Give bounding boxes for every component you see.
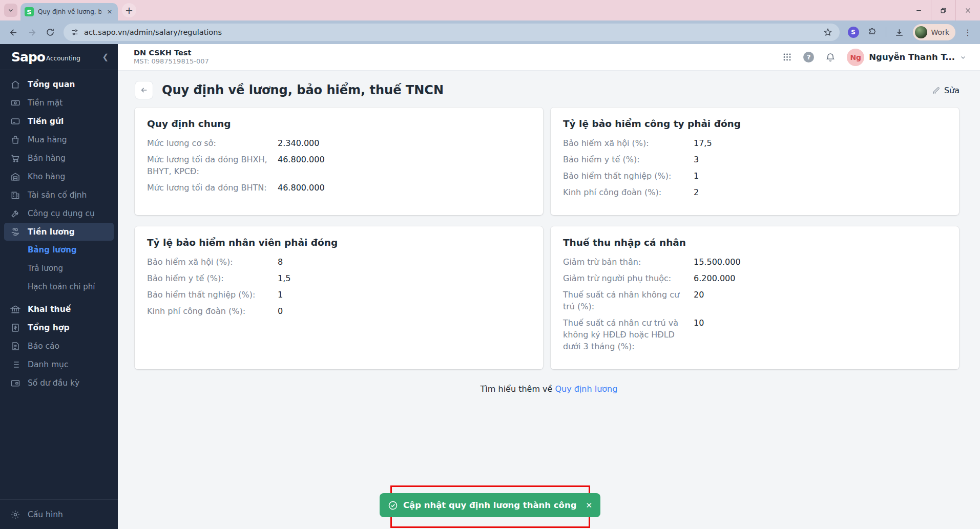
apps-grid-icon[interactable]	[782, 52, 792, 62]
edit-button[interactable]: Sửa	[932, 86, 960, 95]
sidebar-item-label: Danh mục	[28, 360, 68, 369]
card-row: Kinh phí công đoàn (%): 0	[147, 305, 531, 317]
row-label: Kinh phí công đoàn (%):	[563, 186, 694, 198]
sidebar-item-label: Tiền gửi	[28, 117, 64, 126]
sidebar-item-label: Tổng quan	[28, 80, 75, 89]
site-settings-icon[interactable]	[71, 28, 79, 36]
report-icon	[10, 341, 20, 351]
row-label: Bảo hiểm thất nghiệp (%):	[147, 289, 278, 301]
cart-icon	[10, 153, 20, 163]
notification-bell-icon[interactable]	[825, 52, 836, 62]
pencil-icon	[932, 86, 941, 95]
sidebar-item-label: Tiền mặt	[28, 98, 62, 108]
list-icon	[10, 359, 20, 370]
url-bar[interactable]: act.sapo.vn/admin/salary/regulations	[64, 24, 840, 41]
sidebar-subitem-hach-toan-chi-phi[interactable]: Hạch toán chi phí	[0, 278, 118, 296]
bank-icon	[10, 304, 20, 314]
sidebar-item-tong-hop[interactable]: Tổng hợp	[0, 319, 118, 337]
card-row: Thuế suất cá nhân không cư trú (%): 20	[563, 289, 947, 312]
browser-reload-icon[interactable]	[42, 24, 58, 40]
help-icon[interactable]: ?	[803, 52, 814, 62]
sidebar-item-cau-hinh[interactable]: Cấu hình	[0, 500, 118, 529]
browser-back-icon[interactable]	[5, 24, 22, 40]
edit-button-label: Sửa	[944, 86, 960, 95]
wallet-icon	[10, 378, 20, 388]
sidebar-subitem-bang-luong[interactable]: Bảng lương	[0, 241, 118, 259]
row-value: 3	[694, 154, 699, 165]
sidebar-item-bao-cao[interactable]: Báo cáo	[0, 337, 118, 355]
sidebar-item-khai-thue[interactable]: Khai thuế	[0, 300, 118, 319]
sidebar-item-tien-mat[interactable]: Tiền mặt	[0, 94, 118, 112]
row-label: Mức lương tối đa đóng BHXH, BHYT, KPCĐ:	[147, 154, 278, 177]
window-restore-button[interactable]	[931, 0, 955, 20]
row-label: Bảo hiểm y tế (%):	[147, 272, 278, 284]
tab-search-chevron-icon[interactable]	[4, 4, 17, 17]
sidebar-item-tai-san-co-dinh[interactable]: Tài sản cố định	[0, 186, 118, 204]
sidebar-logo: Sapo Accounting ❮	[0, 44, 118, 70]
window-minimize-button[interactable]	[906, 0, 931, 20]
toast-success: Cập nhật quy định lương thành công ✕	[380, 493, 600, 517]
browser-tab[interactable]: S Quy định về lương, bảo hiểm, t ×	[20, 3, 118, 20]
annotation-highlight-box: Cập nhật quy định lương thành công ✕	[390, 485, 590, 528]
row-value: 1	[278, 289, 283, 301]
card-row: Mức lương tối đa đóng BHTN: 46.800.000	[147, 182, 531, 194]
row-label: Bảo hiểm xã hội (%):	[147, 256, 278, 268]
sidebar-item-label: Bán hàng	[28, 154, 66, 163]
card-thue-tncn: Thuế thu nhập cá nhân Giảm trừ bản thân:…	[551, 226, 959, 369]
url-text[interactable]: act.sapo.vn/admin/salary/regulations	[84, 28, 818, 36]
row-value: 8	[278, 256, 283, 268]
company-info[interactable]: DN CSKH Test MST: 0987519815-007	[134, 48, 209, 66]
sidebar-item-label: Báo cáo	[28, 342, 59, 351]
browser-menu-icon[interactable]: ⋮	[961, 28, 975, 37]
sidebar-subitem-label: Hạch toán chi phí	[28, 282, 95, 291]
row-label: Bảo hiểm xã hội (%):	[563, 137, 694, 149]
sidebar-item-tien-gui[interactable]: Tiền gửi	[0, 112, 118, 131]
sidebar-item-danh-muc[interactable]: Danh mục	[0, 355, 118, 374]
toast-message: Cập nhật quy định lương thành công	[403, 500, 577, 510]
extensions-puzzle-icon[interactable]	[864, 24, 881, 40]
company-tax-id: MST: 0987519815-007	[134, 57, 209, 66]
sidebar-item-label: Kho hàng	[28, 172, 65, 181]
sidebar-collapse-icon[interactable]: ❮	[102, 52, 109, 61]
browser-profile-chip[interactable]: Work	[913, 24, 955, 40]
window-close-button[interactable]	[955, 0, 980, 20]
row-label: Mức lương tối đa đóng BHTN:	[147, 182, 278, 194]
card-bao-hiem-cong-ty: Tỷ lệ bảo hiểm công ty phải đóng Bảo hiể…	[551, 108, 959, 215]
card-row: Bảo hiểm xã hội (%): 8	[147, 256, 531, 268]
downloads-icon[interactable]	[891, 24, 908, 40]
tab-close-icon[interactable]: ×	[106, 8, 114, 16]
sidebar-item-tien-luong[interactable]: Tiền lương	[4, 223, 114, 241]
row-label: Giảm trừ người phụ thuộc:	[563, 272, 694, 284]
check-circle-icon	[388, 500, 398, 511]
learn-more-link[interactable]: Quy định lương	[555, 384, 617, 394]
card-row: Thuế suất cá nhân cư trú và không ký HĐL…	[563, 317, 947, 352]
profile-name: Work	[931, 28, 949, 36]
sidebar-item-tong-quan[interactable]: Tổng quan	[0, 75, 118, 94]
card-row: Bảo hiểm thất nghiệp (%): 1	[147, 289, 531, 301]
sidebar-item-so-du-dau-ky[interactable]: Số dư đầu kỳ	[0, 374, 118, 392]
sidebar-item-kho-hang[interactable]: Kho hàng	[0, 167, 118, 186]
toast-close-icon[interactable]: ✕	[586, 501, 592, 510]
salary-icon	[10, 227, 20, 237]
sidebar-item-cong-cu-dung-cu[interactable]: Công cụ dụng cụ	[0, 204, 118, 223]
bookmark-star-icon[interactable]	[823, 28, 832, 37]
user-menu[interactable]: Ng Nguyễn Thanh T...	[847, 49, 967, 66]
browser-toolbar: act.sapo.vn/admin/salary/regulations S W…	[0, 20, 980, 44]
sidebar-item-mua-hang[interactable]: Mua hàng	[0, 131, 118, 149]
sidebar-item-ban-hang[interactable]: Bán hàng	[0, 149, 118, 167]
user-avatar: Ng	[847, 49, 864, 66]
building-icon	[10, 190, 20, 200]
sidebar-subitem-label: Bảng lương	[28, 245, 77, 255]
row-label: Thuế suất cá nhân không cư trú (%):	[563, 289, 694, 312]
row-value: 0	[278, 305, 283, 317]
extension-s-icon[interactable]: S	[848, 27, 859, 38]
card-title: Quy định chung	[147, 118, 531, 129]
gear-icon	[10, 510, 20, 520]
sidebar-subitem-tra-luong[interactable]: Trả lương	[0, 259, 118, 278]
back-button[interactable]	[135, 81, 153, 99]
sidebar: Sapo Accounting ❮ Tổng quan Tiền mặt Tiề…	[0, 44, 118, 529]
row-value: 1	[694, 170, 699, 182]
row-label: Bảo hiểm thất nghiệp (%):	[563, 170, 694, 182]
browser-forward-icon[interactable]	[24, 24, 40, 40]
new-tab-button[interactable]: +	[122, 3, 136, 17]
